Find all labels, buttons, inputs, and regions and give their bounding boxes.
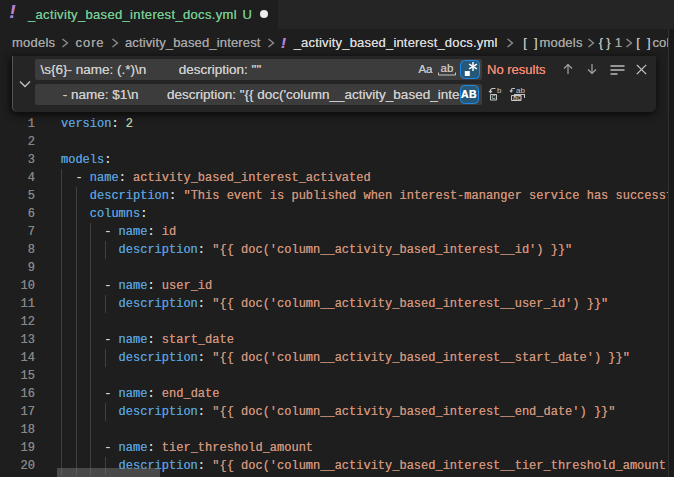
svg-text:ab: ab: [441, 62, 454, 74]
svg-text:b: b: [497, 86, 502, 95]
svg-text:c: c: [491, 92, 495, 101]
svg-text:ac: ac: [513, 93, 521, 102]
